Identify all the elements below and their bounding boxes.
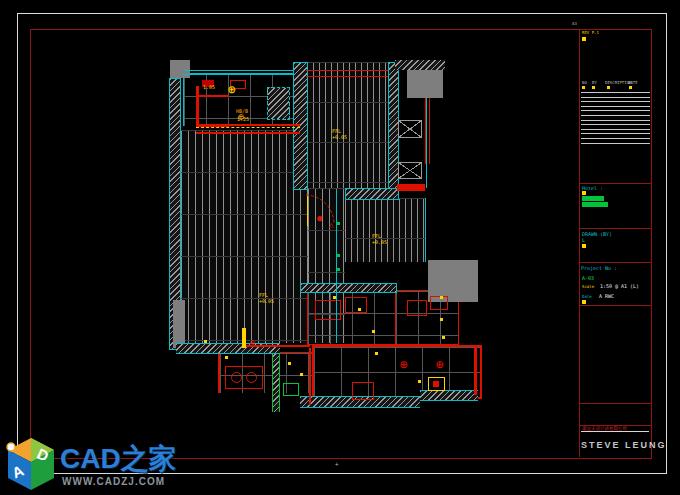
title-block: REV P.1 NO BY DESCRIPTION DATE Hotel : D…: [580, 29, 651, 457]
kitchen-counter: [196, 95, 229, 127]
red-wall-line-bath: [309, 348, 311, 405]
floor-bedroom-1: [306, 62, 390, 188]
outlet-dot: [300, 373, 303, 376]
ceiling-light-icon: ⊕: [228, 83, 236, 96]
revision-table-rows: [581, 92, 650, 145]
rev-tick: [607, 86, 610, 89]
fixture-dryer: [430, 296, 448, 310]
wall-green-bath: [272, 350, 280, 412]
scale-value: 1:50 @ A1 (L): [600, 283, 639, 289]
door-leaf: [307, 196, 308, 226]
wall-top-right: [395, 60, 445, 70]
wall-top-right-column: [407, 70, 443, 98]
kitchen-appliance: [267, 87, 290, 120]
shower-head-icon-1: ⊕: [400, 358, 408, 371]
fixture-basin-green: [283, 383, 299, 396]
corridor-cabinet-1: [398, 120, 422, 138]
title-block-rule: [580, 262, 651, 263]
company-name: STEVE LEUNG: [581, 440, 667, 450]
floor-living-room: [180, 130, 309, 343]
outlet-dot: [440, 296, 443, 299]
kitchen-scale-label: 1:25: [237, 116, 249, 122]
rev-tick: [582, 86, 585, 89]
project-marker: [582, 191, 586, 195]
rev-tick: [629, 86, 632, 89]
bedroom2-level-label: FFL +0.05: [372, 233, 396, 245]
project-no-value: A-03: [582, 275, 594, 281]
title-block-rule: [580, 228, 651, 229]
drawn-value: L: [582, 237, 585, 243]
wall-bottom-b: [420, 390, 478, 401]
rev-note: REV P.1: [582, 30, 599, 35]
drawn-marker: [582, 244, 586, 248]
switch-dot: [337, 222, 340, 225]
switch-dot: [337, 268, 340, 271]
divider-yellow-dashes: [196, 127, 300, 128]
floor-bedroom-2: [345, 198, 426, 262]
kitchen-tag-label: HB/B: [236, 108, 248, 114]
cadzj-watermark: A D CAD之家 WWW.CADZJ.COM: [0, 430, 230, 495]
wall-top-left-column: [170, 60, 190, 78]
fixture-wc: [345, 297, 367, 313]
page-mark: +: [335, 461, 339, 466]
door-jamb-yellow: [242, 328, 246, 348]
corridor-cabinet-2: [398, 162, 422, 179]
shower-head-icon-2: ⊕: [436, 358, 444, 371]
red-wall-line-right: [474, 345, 477, 395]
outlet-dot: [225, 356, 228, 359]
wall-living-bedroom2-line: [336, 190, 339, 343]
outlet-dot: [418, 380, 421, 383]
level-triangle-icon: △: [329, 222, 333, 229]
outlet-dot: [372, 330, 375, 333]
kitchen-dim-label: 1.05: [203, 84, 215, 90]
rev-col-no: NO: [582, 80, 587, 85]
sheet-size-note: A3: [572, 21, 577, 26]
rev-marker: [582, 37, 586, 41]
rev-tick: [592, 86, 595, 89]
wall-corridor-red-line: [425, 98, 430, 164]
drawn-label: DRAWN (BY): [582, 231, 612, 237]
floor-plan: ⊕ ⊕ ● △ ⊕ ⊕ ⊕ 1.05 HB/B 1:25 FFL +0.05 F…: [165, 58, 480, 418]
company-underline: [581, 431, 649, 432]
fixture-washer: [407, 300, 427, 316]
title-block-rule: [580, 305, 651, 306]
wall-left-column: [173, 300, 185, 348]
rev-col-date: DATE: [628, 80, 638, 85]
scale-label: Scale: [582, 284, 594, 289]
fixture-basin-yellow: [428, 377, 445, 391]
cadzj-logo-url: WWW.CADZJ.COM: [62, 476, 165, 487]
cadzj-cube-icon: A D: [4, 434, 58, 494]
project-no-label: Project No :: [581, 265, 617, 271]
fixture-stove: [225, 366, 263, 389]
bed-headboard-red: [397, 184, 425, 191]
project-name-highlight-1: [582, 196, 604, 201]
kitchen-red-wall-line: [196, 86, 199, 124]
cadzj-logo-title: CAD之家: [60, 440, 177, 478]
basin-inner: [433, 381, 439, 387]
column-marker-icon: ●: [317, 214, 322, 223]
outlet-dot: [442, 336, 445, 339]
outlet-dot: [440, 318, 443, 321]
bedroom1-level-label: FFL +0.05: [332, 128, 356, 140]
outlet-dot: [375, 352, 378, 355]
project-name-highlight-2: [582, 202, 608, 207]
title-block-rule: [580, 183, 651, 184]
section-marker-icon: ⊕: [250, 338, 255, 347]
wall-bath-mid-top: [300, 283, 397, 293]
living-level-label: FFL +0.05: [259, 292, 283, 304]
fixture-floor-drain: [352, 382, 374, 400]
stove-burner-2: [246, 372, 257, 383]
outlet-dot: [333, 296, 336, 299]
bedroom1-wardrobe-line: [306, 70, 388, 77]
date-marker: [582, 300, 586, 304]
wall-bedroom2-top: [345, 188, 399, 200]
stove-burner-1: [231, 372, 242, 383]
rev-col-by: BY: [592, 80, 597, 85]
title-block-rule: [580, 403, 651, 404]
switch-dot: [337, 254, 340, 257]
outlet-dot: [288, 362, 291, 365]
wall-kitchen-top: [183, 70, 300, 75]
cad-viewport: A3 +: [0, 0, 680, 495]
outlet-dot: [358, 308, 361, 311]
outlet-dot: [204, 340, 207, 343]
